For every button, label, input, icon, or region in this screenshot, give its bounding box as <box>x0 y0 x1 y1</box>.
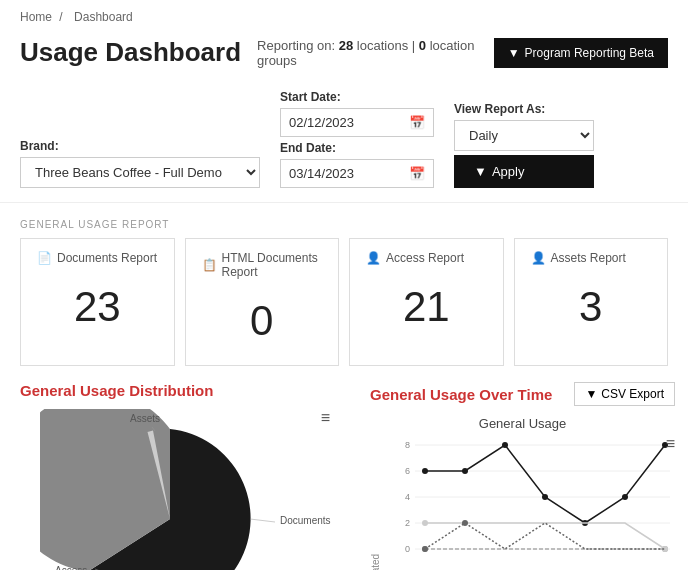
line-menu-icon[interactable]: ≡ <box>666 435 675 453</box>
svg-line-0 <box>250 519 275 522</box>
start-date-filter-group: Start Date: 📅 <box>280 90 434 137</box>
breadcrumb: Home / Dashboard <box>0 0 688 29</box>
start-date-label: Start Date: <box>280 90 434 104</box>
pie-menu-icon[interactable]: ≡ <box>321 409 330 427</box>
start-date-field[interactable]: 📅 <box>280 108 434 137</box>
svg-point-29 <box>462 468 468 474</box>
pie-label-documents: Documents <box>280 515 331 526</box>
view-select[interactable]: Daily <box>454 120 594 151</box>
line-chart-title: General Usage <box>370 416 675 431</box>
end-date-label: End Date: <box>280 141 434 155</box>
documents-card-title: 📄 Documents Report <box>37 251 158 265</box>
program-reporting-button[interactable]: ▼ Program Reporting Beta <box>494 38 668 68</box>
html-documents-report-card: 📋 HTML Documents Report 0 <box>185 238 340 366</box>
html-card-title: 📋 HTML Documents Report <box>202 251 323 279</box>
access-card-value: 21 <box>366 275 487 339</box>
line-chart-svg: 8 6 4 2 0 -2 03/03/23 03/04/23 03/05/23 … <box>385 435 675 570</box>
svg-text:0: 0 <box>405 544 410 554</box>
line-assets <box>425 523 665 549</box>
apply-btn-label: Apply <box>492 164 525 179</box>
y-axis-label: Total Generated <box>370 435 381 570</box>
locations-text: locations <box>357 38 408 53</box>
pie-label-access: Access <box>55 565 87 570</box>
csv-btn-label: CSV Export <box>601 387 664 401</box>
view-label: View Report As: <box>454 102 594 116</box>
csv-export-button[interactable]: ▼ CSV Export <box>574 382 675 406</box>
svg-point-33 <box>622 494 628 500</box>
svg-point-31 <box>542 494 548 500</box>
brand-label: Brand: <box>20 139 260 153</box>
access-report-card: 👤 Access Report 21 <box>349 238 504 366</box>
apply-filter-icon: ▼ <box>474 164 487 179</box>
filter-icon: ▼ <box>508 46 520 60</box>
page-header: Usage Dashboard Reporting on: 28 locatio… <box>0 29 688 80</box>
apply-button[interactable]: ▼ Apply <box>454 155 594 188</box>
view-filter-group: View Report As: Daily <box>454 102 594 151</box>
groups-count: 0 <box>419 38 426 53</box>
end-date-filter-group: End Date: 📅 <box>280 141 434 188</box>
report-cards: 📄 Documents Report 23 📋 HTML Documents R… <box>0 238 688 382</box>
svg-point-37 <box>422 520 428 526</box>
end-date-field[interactable]: 📅 <box>280 159 434 188</box>
over-time-title: General Usage Over Time <box>370 386 552 403</box>
charts-row: General Usage Distribution ≡ <box>0 382 688 570</box>
svg-point-30 <box>502 442 508 448</box>
svg-point-39 <box>422 546 428 552</box>
documents-report-card: 📄 Documents Report 23 <box>20 238 175 366</box>
documents-icon: 📄 <box>37 251 52 265</box>
line-chart-container: General Usage ≡ Total Generated 8 <box>370 416 675 570</box>
brand-filter-group: Brand: Three Beans Coffee - Full Demo <box>20 139 260 188</box>
access-card-title: 👤 Access Report <box>366 251 487 265</box>
svg-text:6: 6 <box>405 466 410 476</box>
program-btn-label: Program Reporting Beta <box>525 46 654 60</box>
distribution-title: General Usage Distribution <box>20 382 213 399</box>
assets-icon: 👤 <box>531 251 546 265</box>
breadcrumb-current: Dashboard <box>74 10 133 24</box>
line-documents <box>425 445 665 523</box>
breadcrumb-separator: / <box>59 10 62 24</box>
pie-chart-svg: Documents Access Assets HTML Documents <box>40 409 340 570</box>
pie-chart-container: ≡ Doc <box>40 409 340 570</box>
svg-text:2: 2 <box>405 518 410 528</box>
general-usage-section-label: GENERAL USAGE REPORT <box>0 203 688 238</box>
start-date-input[interactable] <box>281 109 401 136</box>
pie-label-assets: Assets <box>130 413 160 424</box>
svg-point-40 <box>462 520 468 526</box>
brand-select[interactable]: Three Beans Coffee - Full Demo <box>20 157 260 188</box>
svg-text:4: 4 <box>405 492 410 502</box>
end-date-calendar-icon[interactable]: 📅 <box>401 160 433 187</box>
assets-card-value: 3 <box>531 275 652 339</box>
reporting-info: Reporting on: 28 locations | 0 location … <box>257 38 478 68</box>
svg-text:8: 8 <box>405 440 410 450</box>
reporting-label: Reporting on: <box>257 38 335 53</box>
html-card-value: 0 <box>202 289 323 353</box>
line-chart-wrap: Total Generated 8 6 4 2 0 -2 <box>370 435 675 570</box>
locations-count: 28 <box>339 38 353 53</box>
assets-card-title: 👤 Assets Report <box>531 251 652 265</box>
documents-card-value: 23 <box>37 275 158 339</box>
filter-bar: Brand: Three Beans Coffee - Full Demo St… <box>0 80 688 203</box>
csv-icon: ▼ <box>585 387 597 401</box>
distribution-heading: General Usage Distribution <box>20 382 360 399</box>
over-time-chart-section: General Usage Over Time ▼ CSV Export Gen… <box>360 382 675 570</box>
assets-report-card: 👤 Assets Report 3 <box>514 238 669 366</box>
html-doc-icon: 📋 <box>202 258 217 272</box>
home-link[interactable]: Home <box>20 10 52 24</box>
start-date-calendar-icon[interactable]: 📅 <box>401 109 433 136</box>
line-access <box>425 523 665 549</box>
end-date-input[interactable] <box>281 160 401 187</box>
over-time-heading: General Usage Over Time ▼ CSV Export <box>370 382 675 406</box>
access-icon: 👤 <box>366 251 381 265</box>
distribution-chart-section: General Usage Distribution ≡ <box>20 382 360 570</box>
svg-point-28 <box>422 468 428 474</box>
page-title: Usage Dashboard <box>20 37 241 68</box>
